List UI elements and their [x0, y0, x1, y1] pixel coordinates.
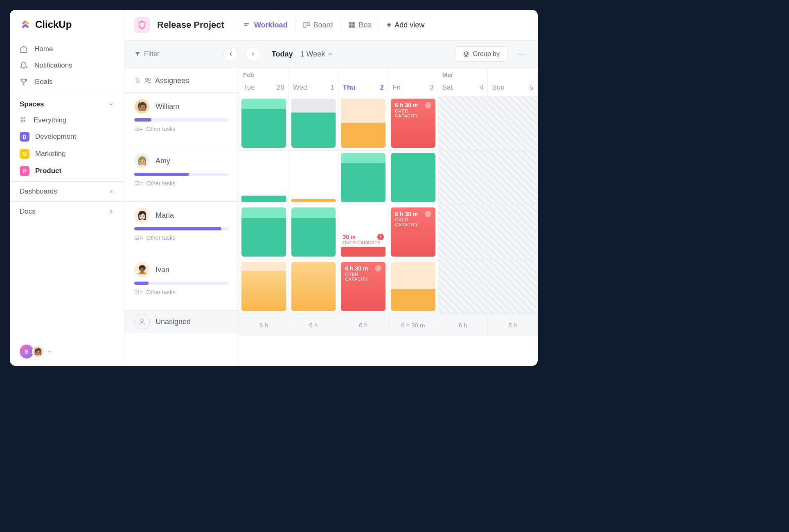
tab-label: Board [313, 21, 333, 29]
workload-cell[interactable] [239, 96, 289, 150]
next-button[interactable] [246, 47, 260, 61]
chevron-down-icon [47, 349, 52, 354]
tab-add-view[interactable]: + Add view [379, 18, 432, 32]
other-tasks[interactable]: ☑= Other tasks [134, 289, 229, 295]
space-label: Development [35, 133, 76, 141]
workload-cell[interactable] [388, 151, 438, 205]
space-everything[interactable]: Everything [10, 113, 124, 128]
workload-cell[interactable] [239, 259, 289, 313]
day-header[interactable]: Fri 3 [388, 68, 438, 96]
more-button[interactable]: ⋯ [515, 49, 528, 59]
day-header-today[interactable]: Thu 2 [338, 68, 388, 96]
chevron-right-icon [108, 189, 114, 194]
prev-button[interactable] [223, 47, 238, 61]
workload-cell-weekend [438, 205, 488, 259]
workload-cell[interactable] [239, 151, 289, 205]
svg-rect-5 [307, 23, 309, 26]
svg-rect-6 [349, 22, 352, 25]
workload-cell[interactable] [338, 151, 388, 205]
checklist-icon: ☑= [134, 234, 143, 241]
calendar-row: 6 h 30 m! OVER CAPACITY [239, 259, 538, 314]
spaces-header[interactable]: Spaces [10, 98, 124, 113]
day-header[interactable]: Wed 1 [289, 68, 339, 96]
assignee-header[interactable]: ⇅ Assignees [124, 68, 239, 93]
tab-workload[interactable]: Workload [236, 18, 295, 32]
logo-icon [20, 19, 31, 30]
workload-cell[interactable] [239, 205, 289, 259]
chevron-right-icon [108, 209, 114, 214]
day-header[interactable]: Feb Tue 28 [239, 68, 289, 96]
space-marketing[interactable]: M Marketing [10, 145, 124, 162]
today-button[interactable]: Today [272, 50, 293, 59]
assignee-name: Amy [156, 157, 170, 165]
workload-cell-weekend [488, 96, 538, 150]
workload-cell[interactable]: 6 h 30 m! OVER CAPACITY [388, 96, 438, 150]
workload-cell[interactable] [289, 259, 339, 313]
other-tasks[interactable]: ☑= Other tasks [134, 180, 229, 187]
nav-notifications[interactable]: Notifications [10, 57, 124, 74]
sidebar-docs[interactable]: Docs [10, 201, 124, 221]
svg-rect-9 [352, 25, 354, 28]
capacity-cell: 6 h [488, 314, 538, 336]
space-badge: D [20, 132, 29, 142]
workload-cell[interactable] [289, 205, 339, 259]
project-icon [134, 17, 150, 33]
home-icon [20, 45, 29, 53]
workload-cell[interactable]: 6 h 30 m! OVER CAPACITY [388, 205, 438, 259]
nav-label: Home [34, 45, 53, 53]
people-icon [144, 77, 152, 85]
tab-box[interactable]: Box [340, 18, 379, 32]
space-development[interactable]: D Development [10, 128, 124, 145]
groupby-button[interactable]: Group by [455, 46, 507, 62]
nav-label: Notifications [34, 61, 72, 70]
tab-board[interactable]: Board [295, 18, 340, 32]
filter-button[interactable]: Filter [134, 50, 160, 58]
assignee-row[interactable]: 👩🏼 Amy ☑= Other tasks [124, 147, 239, 202]
capacity-summary-row: 6 h 6 h 6 h 6 h 30 m 6 h 6 h [239, 314, 538, 336]
nav-goals[interactable]: Goals [10, 74, 124, 90]
space-product[interactable]: P Product [10, 162, 124, 180]
progress-bar [134, 173, 229, 176]
workload-cell[interactable] [289, 96, 339, 150]
warning-icon: ! [377, 234, 384, 240]
over-capacity-badge: 6 h 30 m! OVER CAPACITY [395, 102, 431, 118]
workload-grid: ⇅ Assignees 🧑🏽 William ☑= Other tasks [124, 68, 538, 366]
svg-rect-8 [349, 25, 352, 28]
logo[interactable]: ClickUp [10, 10, 124, 39]
brand-text: ClickUp [35, 19, 72, 30]
progress-bar [134, 282, 229, 285]
checklist-icon: ☑= [134, 289, 143, 295]
other-tasks[interactable]: ☑= Other tasks [134, 126, 229, 132]
assignee-row[interactable]: 🧑🏽 William ☑= Other tasks [124, 93, 239, 147]
box-icon [348, 21, 356, 29]
workload-cell[interactable] [388, 259, 438, 313]
capacity-cell: 6 h [239, 314, 289, 336]
assignee-row[interactable]: 👩🏻 Maria ☑= Other tasks [124, 202, 239, 256]
calendar-area: Feb Tue 28 Wed 1 Thu 2 Fri 3 [239, 68, 538, 366]
unassigned-row[interactable]: Unasigned [124, 311, 239, 333]
workload-cell[interactable]: 6 h 30 m! OVER CAPACITY [338, 259, 388, 313]
other-tasks[interactable]: ☑= Other tasks [134, 234, 229, 241]
day-header[interactable]: Sun 5 [488, 68, 538, 96]
svg-point-12 [141, 319, 144, 322]
docs-label: Docs [20, 207, 36, 216]
workload-cell[interactable] [289, 151, 339, 205]
sidebar-dashboards[interactable]: Dashboards [10, 181, 124, 201]
nav-home[interactable]: Home [10, 41, 124, 57]
assignee-row[interactable]: 🧑🏾‍🦱 Ivan ☑= Other tasks [124, 256, 239, 311]
range-label: 1 Week [300, 50, 325, 59]
unassigned-label: Unasigned [156, 318, 191, 326]
capacity-cell: 6 h [338, 314, 388, 336]
workload-cell-weekend [488, 205, 538, 259]
workload-cell-weekend [438, 259, 488, 313]
sidebar: ClickUp Home Notifications Goals Spaces [10, 10, 124, 366]
workload-cell[interactable]: 30 m! OVER CAPACITY [338, 205, 388, 259]
sidebar-footer[interactable]: S 🧑🏽 [10, 337, 124, 366]
range-selector[interactable]: 1 Week [300, 50, 333, 59]
day-header[interactable]: Mar Sat 4 [438, 68, 488, 96]
filter-icon [134, 51, 141, 57]
groupby-label: Group by [473, 50, 500, 58]
workload-cell[interactable] [338, 96, 388, 150]
dashboards-label: Dashboards [20, 187, 57, 196]
svg-rect-4 [304, 23, 306, 27]
